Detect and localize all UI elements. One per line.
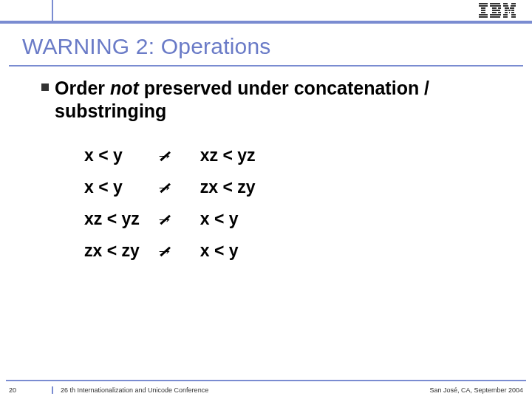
svg-rect-22: [505, 10, 508, 11]
svg-rect-0: [479, 3, 488, 4]
svg-rect-4: [481, 12, 485, 13]
implication-table: x < y → xz < yz x < y → zx < zy xz < yz …: [84, 140, 272, 267]
svg-rect-18: [503, 5, 508, 7]
lhs-cell: zx < zy: [84, 235, 156, 267]
bullet-row: Order not preserved under concatenation …: [41, 77, 517, 123]
lhs-cell: x < y: [84, 171, 156, 203]
svg-rect-10: [498, 7, 501, 9]
top-divider: [52, 0, 53, 21]
svg-rect-24: [511, 10, 514, 11]
rhs-cell: zx < zy: [200, 171, 272, 203]
slide-title: WARNING 2: Operations: [0, 24, 532, 65]
svg-rect-17: [511, 3, 516, 4]
bullet-text: Order not preserved under concatenation …: [55, 77, 517, 123]
arrow-cell: →: [156, 140, 200, 171]
svg-rect-2: [481, 7, 485, 9]
svg-rect-27: [511, 12, 514, 13]
svg-rect-31: [511, 16, 516, 18]
rhs-cell: x < y: [200, 235, 272, 267]
arrow-cell: →: [156, 235, 200, 267]
arrow-cell: →: [156, 203, 200, 235]
footer-left: 26 th Internationalization and Unicode C…: [52, 386, 429, 394]
svg-rect-23: [508, 10, 511, 11]
svg-rect-25: [505, 12, 508, 13]
svg-rect-21: [510, 7, 514, 9]
svg-rect-30: [503, 16, 508, 18]
svg-rect-1: [479, 5, 488, 7]
top-bar: [0, 0, 532, 21]
slide: WARNING 2: Operations Order not preserve…: [0, 0, 532, 399]
svg-rect-28: [503, 14, 508, 16]
not-implies-icon: →: [156, 242, 173, 259]
not-implies-icon: →: [156, 179, 173, 196]
svg-rect-26: [509, 12, 510, 13]
footer-row: 20 26 th Internationalization and Unicod…: [0, 381, 532, 399]
ibm-logo-icon: [479, 3, 516, 18]
rhs-cell: xz < yz: [200, 140, 272, 171]
svg-rect-9: [492, 7, 497, 9]
svg-rect-11: [492, 10, 500, 11]
svg-rect-15: [490, 16, 500, 18]
svg-rect-20: [505, 7, 509, 9]
page-number: 20: [9, 386, 52, 394]
rhs-cell: x < y: [200, 203, 272, 235]
svg-rect-12: [492, 12, 497, 13]
table-row: x < y → xz < yz: [84, 140, 272, 171]
not-implies-icon: →: [156, 147, 173, 164]
svg-rect-16: [503, 3, 508, 4]
bullet-emph: not: [110, 78, 139, 98]
not-implies-icon: →: [156, 211, 173, 228]
arrow-cell: →: [156, 171, 200, 203]
lhs-cell: xz < yz: [84, 203, 156, 235]
slide-body: Order not preserved under concatenation …: [0, 66, 532, 399]
table-row: x < y → zx < zy: [84, 171, 272, 203]
bullet-prefix: Order: [55, 78, 110, 98]
svg-rect-5: [479, 14, 488, 16]
table-row: zx < zy → x < y: [84, 235, 272, 267]
svg-rect-19: [511, 5, 516, 7]
svg-rect-7: [490, 3, 500, 4]
svg-rect-3: [481, 10, 485, 11]
lhs-cell: x < y: [84, 140, 156, 171]
svg-rect-29: [511, 14, 516, 16]
footer: 20 26 th Internationalization and Unicod…: [0, 380, 532, 399]
svg-rect-14: [490, 14, 501, 16]
svg-rect-13: [498, 12, 501, 13]
svg-rect-8: [490, 5, 501, 7]
svg-rect-6: [479, 16, 488, 18]
footer-right: San José, CA, September 2004: [429, 386, 523, 394]
square-bullet-icon: [41, 83, 49, 91]
table-row: xz < yz → x < y: [84, 203, 272, 235]
